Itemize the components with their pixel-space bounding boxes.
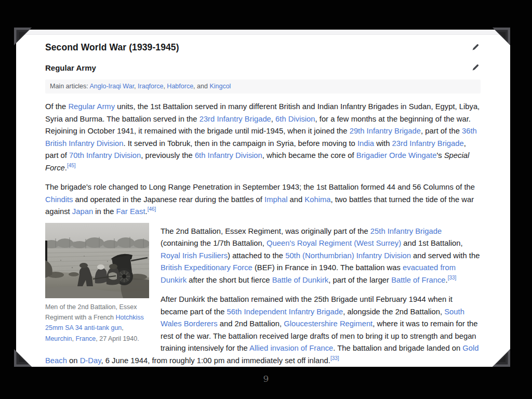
- article-link[interactable]: Kohima: [304, 195, 330, 204]
- article-link[interactable]: India: [357, 139, 374, 148]
- text-run: (containing the 1/7th Battalion,: [161, 239, 267, 247]
- text-run: , alongside the 2nd Battalion,: [343, 308, 444, 316]
- reference-marker: [33]: [448, 275, 457, 281]
- article-link[interactable]: Japan: [72, 207, 93, 216]
- text-run: The 2nd Battalion, Essex Regiment, was o…: [161, 227, 370, 235]
- article-link[interactable]: 50th (Northumbrian) Infantry Division: [285, 251, 411, 260]
- edit-subsection-button[interactable]: [471, 63, 481, 73]
- text-run: , and: [193, 83, 209, 90]
- section-heading-row: Second World War (1939-1945): [45, 42, 481, 53]
- text-run: , which became the core of: [262, 151, 356, 159]
- text-run: and operated in the Japanese rear during…: [73, 195, 264, 204]
- text-run: and served with the: [411, 251, 480, 260]
- article-content: Second World War (1939-1945) Regular Arm…: [16, 42, 510, 367]
- subsection-heading-row: Regular Army: [45, 63, 481, 73]
- article-link[interactable]: Far East: [116, 207, 145, 216]
- text-run: on: [67, 356, 80, 365]
- section-title: Second World War (1939-1945): [45, 42, 179, 53]
- article-link[interactable]: Imphal: [264, 195, 287, 204]
- text-run: , 6 June 1944, from roughly 1:00 pm and …: [101, 356, 330, 365]
- article-link[interactable]: 70th Infantry Division: [69, 151, 141, 159]
- reference-link[interactable]: [46]: [148, 206, 156, 212]
- text-run: , previously the: [141, 151, 195, 159]
- text-run: and: [287, 195, 304, 204]
- article-link[interactable]: Gloucestershire Regiment: [284, 320, 373, 328]
- text-run: ,: [122, 324, 123, 331]
- article-link[interactable]: France: [75, 335, 96, 342]
- thumbnail-caption: Men of the 2nd Battalion, Essex Regiment…: [45, 302, 149, 344]
- article-link[interactable]: 56th Independent Infantry Brigade: [227, 308, 343, 316]
- text-run: after the short but fierce: [187, 276, 272, 284]
- article-link[interactable]: Chindits: [45, 195, 73, 204]
- thumbnail-photo[interactable]: [45, 223, 149, 298]
- edit-section-button[interactable]: [471, 43, 481, 52]
- photo-corner-bracket-bottom-right: [493, 349, 510, 367]
- page-top-edge: [16, 30, 510, 35]
- article-link[interactable]: D-Day: [80, 356, 101, 365]
- text-run: with: [374, 139, 392, 148]
- photo-corner-bracket-top-left: [14, 28, 32, 45]
- text-run: , part of the larger: [328, 276, 391, 284]
- reference-link[interactable]: [45]: [67, 163, 76, 168]
- text-run: . It served in Tobruk, then in the campa…: [123, 139, 357, 148]
- article-link[interactable]: Habforce: [167, 83, 193, 90]
- text-run: and 2nd Battalion,: [218, 320, 284, 328]
- text-run: ) attached to the: [228, 251, 285, 260]
- text-run: 's: [436, 151, 444, 159]
- reference-marker: [46]: [148, 206, 156, 212]
- article-link[interactable]: Iraqforce: [138, 83, 163, 90]
- article-link[interactable]: 6th Division: [275, 115, 315, 123]
- article-link[interactable]: Allied invasion of France: [249, 344, 333, 352]
- paragraph-regular-army-1: Of the Regular Army units, the 1st Batta…: [45, 101, 481, 174]
- article-link[interactable]: Anglo-Iraqi War: [89, 83, 134, 90]
- article-link[interactable]: Battle of Dunkirk: [272, 276, 329, 284]
- subsection-title: Regular Army: [45, 63, 96, 73]
- reference-marker: [33]: [330, 355, 339, 361]
- reference-link[interactable]: [33]: [330, 355, 339, 361]
- text-run: Main articles:: [50, 83, 89, 90]
- text-run: , 27 April 1940.: [96, 335, 139, 342]
- article-link[interactable]: Battle of France: [391, 276, 445, 284]
- text-run: Of the: [45, 102, 68, 111]
- text-run: and 1st Battalion,: [401, 239, 462, 247]
- text-run: in the: [93, 207, 116, 216]
- article-thumbnail: Men of the 2nd Battalion, Essex Regiment…: [45, 223, 149, 344]
- reference-link[interactable]: [33]: [448, 275, 457, 281]
- article-link[interactable]: 23rd Infantry Brigade: [200, 115, 271, 123]
- article-link[interactable]: Regular Army: [68, 102, 115, 111]
- article-link[interactable]: 29th Infantry Brigade: [350, 127, 421, 135]
- article-link[interactable]: Queen's Royal Regiment (West Surrey): [267, 239, 401, 247]
- article-link[interactable]: Meurchin: [45, 335, 72, 342]
- pencil-icon: [472, 63, 480, 73]
- reference-marker: [45]: [67, 163, 76, 168]
- article-link[interactable]: Royal Irish Fusiliers: [161, 251, 228, 260]
- text-run: ,: [271, 115, 275, 123]
- article-link[interactable]: 6th Infantry Division: [195, 151, 262, 159]
- article-link[interactable]: Brigadier Orde Wingate: [356, 151, 437, 159]
- text-run: The brigade's role changed to Long Range…: [45, 183, 475, 191]
- article-link[interactable]: 25th Infantry Brigade: [370, 227, 442, 235]
- hatnote: Main articles: Anglo-Iraqi War, Iraqforc…: [45, 79, 481, 94]
- text-run: . The battalion and brigade landed on: [333, 344, 462, 352]
- article-page: Second World War (1939-1945) Regular Arm…: [16, 30, 510, 367]
- article-link[interactable]: British Expeditionary Force: [161, 263, 252, 272]
- article-link[interactable]: 23rd Infantry Brigade: [392, 139, 464, 148]
- photo-corner-bracket-bottom-left: [14, 349, 32, 367]
- text-run: , part of the: [421, 127, 462, 135]
- paragraph-chindits: The brigade's role changed to Long Range…: [45, 181, 481, 218]
- photo-corner-bracket-top-right: [493, 28, 510, 45]
- article-link[interactable]: Kingcol: [209, 83, 231, 90]
- pencil-icon: [472, 43, 480, 52]
- text-run: (BEF) in France in 1940. The battalion w…: [252, 263, 403, 272]
- page-number: 9: [0, 374, 532, 384]
